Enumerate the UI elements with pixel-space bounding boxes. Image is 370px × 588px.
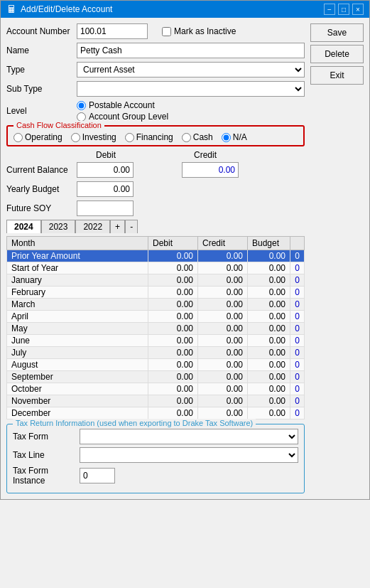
cell-credit: 0.00 (198, 250, 248, 262)
cf-operating-label[interactable]: Operating (13, 132, 62, 142)
table-row[interactable]: June0.000.000.000 (7, 335, 305, 347)
cell-budget: 0.00 (248, 395, 290, 407)
table-row[interactable]: August0.000.000.000 (7, 359, 305, 371)
tax-info-box: Tax Return Information (used when export… (6, 424, 305, 493)
cell-month: April (7, 311, 148, 323)
table-row[interactable]: September0.000.000.000 (7, 371, 305, 383)
cf-investing-label[interactable]: Investing (71, 132, 116, 142)
table-row[interactable]: July0.000.000.000 (7, 347, 305, 359)
cell-extra: 0 (290, 335, 305, 347)
maximize-button[interactable]: □ (338, 4, 349, 15)
tax-line-label: Tax Line (13, 450, 77, 460)
title-bar-controls: − □ × (324, 4, 364, 15)
table-row[interactable]: December0.000.000.000 (7, 407, 305, 419)
cell-budget: 0.00 (248, 407, 290, 419)
table-row[interactable]: November0.000.000.000 (7, 395, 305, 407)
tax-instance-label: Tax Form Instance (13, 466, 77, 486)
level-row: Level Postable Account Account Group Lev… (6, 100, 305, 122)
sidebar-buttons: Save Delete Exit (310, 23, 364, 493)
minimize-button[interactable]: − (324, 4, 335, 15)
mark-inactive-checkbox[interactable] (162, 27, 171, 36)
cell-credit: 0.00 (198, 323, 248, 335)
exit-button[interactable]: Exit (310, 66, 364, 85)
year-tab-remove[interactable]: - (125, 220, 138, 233)
tax-form-row: Tax Form (13, 429, 298, 444)
close-button[interactable]: × (352, 4, 364, 15)
table-row[interactable]: January0.000.000.000 (7, 274, 305, 287)
table-row[interactable]: April0.000.000.000 (7, 311, 305, 323)
cf-na-label[interactable]: N/A (222, 132, 247, 142)
cell-extra: 0 (290, 287, 305, 299)
table-row[interactable]: May0.000.000.000 (7, 323, 305, 335)
cell-extra: 0 (290, 359, 305, 371)
cell-debit: 0.00 (148, 299, 198, 311)
year-tab-2022[interactable]: 2022 (75, 220, 110, 233)
cell-debit: 0.00 (148, 395, 198, 407)
cell-debit: 0.00 (148, 359, 198, 371)
name-label: Name (6, 46, 74, 55)
cell-credit: 0.00 (198, 395, 248, 407)
cf-financing-label[interactable]: Financing (125, 132, 173, 142)
current-balance-debit[interactable] (77, 162, 134, 178)
debit-header: Debit (77, 150, 134, 160)
cell-credit: 0.00 (198, 407, 248, 419)
subtype-select[interactable] (77, 81, 305, 97)
cell-month: December (7, 407, 148, 419)
current-balance-row: Current Balance (6, 162, 305, 178)
group-radio[interactable] (77, 112, 86, 122)
table-row[interactable]: Prior Year Amount0.000.000.000 (7, 250, 305, 262)
cell-extra: 0 (290, 262, 305, 274)
year-tab-2024[interactable]: 2024 (6, 220, 41, 233)
cell-extra: 0 (290, 323, 305, 335)
cf-cash-radio[interactable] (182, 133, 191, 142)
cf-financing-radio[interactable] (125, 133, 134, 142)
cell-budget: 0.00 (248, 383, 290, 395)
cf-cash-label[interactable]: Cash (182, 132, 213, 142)
col-header-credit: Credit (198, 237, 248, 250)
delete-button[interactable]: Delete (310, 45, 364, 63)
tax-form-label: Tax Form (13, 432, 77, 442)
future-soy-label: Future SOY (6, 203, 74, 213)
account-number-input[interactable] (77, 23, 148, 39)
app-icon: 🖩 (6, 4, 16, 15)
cell-extra: 0 (290, 311, 305, 323)
cell-debit: 0.00 (148, 262, 198, 274)
cf-investing-radio[interactable] (71, 133, 80, 142)
table-row[interactable]: February0.000.000.000 (7, 287, 305, 299)
table-row[interactable]: Start of Year0.000.000.000 (7, 262, 305, 274)
current-balance-label: Current Balance (6, 165, 74, 175)
cell-month: March (7, 299, 148, 311)
current-balance-credit[interactable] (182, 162, 239, 178)
account-number-row: Account Number Mark as Inactive (6, 23, 305, 39)
cell-credit: 0.00 (198, 299, 248, 311)
year-tab-add[interactable]: + (110, 220, 125, 233)
cell-debit: 0.00 (148, 323, 198, 335)
yearly-budget-row: Yearly Budget (6, 181, 305, 197)
group-radio-label[interactable]: Account Group Level (77, 112, 168, 122)
year-tab-2023[interactable]: 2023 (41, 220, 76, 233)
cell-debit: 0.00 (148, 347, 198, 359)
cell-budget: 0.00 (248, 250, 290, 262)
tax-form-select[interactable] (80, 429, 298, 444)
yearly-budget-input[interactable] (77, 181, 134, 197)
type-select[interactable]: Current Asset (77, 62, 305, 77)
cell-extra: 0 (290, 407, 305, 419)
future-soy-row: Future SOY (6, 201, 305, 216)
name-input[interactable] (77, 43, 305, 58)
table-row[interactable]: October0.000.000.000 (7, 383, 305, 395)
credit-header: Credit (177, 150, 234, 160)
cell-credit: 0.00 (198, 371, 248, 383)
future-soy-input[interactable] (77, 201, 134, 216)
tax-instance-input[interactable] (80, 468, 115, 483)
cell-month: October (7, 383, 148, 395)
cf-na-radio[interactable] (222, 133, 231, 142)
cf-operating-radio[interactable] (13, 133, 23, 142)
year-tabs: 2024 2023 2022 + - (6, 220, 305, 233)
postable-radio[interactable] (77, 101, 86, 110)
save-button[interactable]: Save (310, 23, 364, 42)
col-header-debit: Debit (148, 237, 198, 250)
cf-operating-text: Operating (25, 132, 62, 142)
postable-radio-label[interactable]: Postable Account (77, 100, 168, 110)
tax-line-select[interactable] (80, 447, 298, 463)
table-row[interactable]: March0.000.000.000 (7, 299, 305, 311)
